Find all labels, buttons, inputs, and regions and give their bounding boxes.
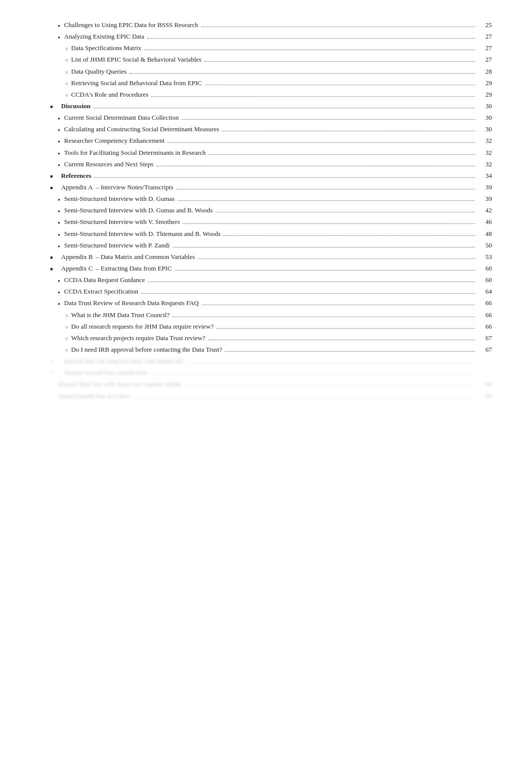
bullet-icon: ● <box>50 162 64 168</box>
bullet-icon: ● <box>50 290 64 296</box>
toc-dots <box>168 142 475 143</box>
section-marker: ■ <box>50 104 58 111</box>
toc-page-number: 27 <box>478 43 492 53</box>
toc-dots <box>151 96 475 97</box>
toc-title: Analyzing Existing EPIC Data <box>64 32 144 42</box>
toc-label: Semi-Structured Interview with D. Thiema… <box>64 229 478 239</box>
bullet-icon: ● <box>50 301 64 307</box>
toc-dots <box>205 85 475 85</box>
section-marker: ■ <box>50 173 58 180</box>
toc-entry-26: ○Do all research requests for JHM Data r… <box>50 322 492 332</box>
toc-entry-20: ■Appendix B – Data Matrix and Common Var… <box>50 252 492 262</box>
toc-title: Which research projects require Data Tru… <box>71 333 205 343</box>
toc-page-number: 60 <box>478 264 492 274</box>
circle-icon: ○ <box>50 57 71 64</box>
circle-icon: ○ <box>50 46 71 53</box>
bullet-icon: ● <box>50 220 64 226</box>
appendix-marker: ■ <box>50 185 58 192</box>
bullet-icon: ● <box>50 232 64 238</box>
toc-entry-31: blurred third line with more text conten… <box>50 379 492 389</box>
toc-page-number: 30 <box>478 101 492 111</box>
toc-title: Discussion <box>61 101 91 111</box>
toc-label: Tools for Facilitating Social Determinan… <box>64 148 478 158</box>
bullet-icon: ● <box>50 197 64 203</box>
toc-entry-14: ■Appendix A – Interview Notes/Transcript… <box>50 182 492 192</box>
toc-title: Tools for Facilitating Social Determinan… <box>64 148 206 158</box>
bullet-icon: ● <box>50 116 64 122</box>
toc-page-number: 30 <box>478 113 492 123</box>
toc-dots <box>141 293 475 294</box>
circle-icon: ○ <box>50 336 71 343</box>
appendix-marker: ■ <box>50 266 58 273</box>
toc-entry-25: ○What is the JHM Data Trust Council?66 <box>50 310 492 320</box>
toc-title: Semi-Structured Interview with D. Gumas … <box>64 205 213 215</box>
toc-page-number: 48 <box>478 229 492 239</box>
toc-page-number: 27 <box>478 55 492 65</box>
toc-dots <box>223 235 475 236</box>
toc-dots <box>156 166 475 166</box>
toc-title: Data Trust Review of Research Data Reque… <box>64 298 199 308</box>
toc-label: Calculating and Constructing Social Dete… <box>64 124 478 134</box>
toc-dots <box>144 50 475 50</box>
circle-icon: ○ <box>50 69 71 76</box>
toc-entry-7: ■Discussion30 <box>50 101 492 111</box>
toc-page-number: 32 <box>478 136 492 146</box>
toc-dots <box>216 328 475 329</box>
bullet-icon: ● <box>50 139 64 145</box>
circle-icon: ○ <box>50 81 71 88</box>
toc-entry-3: ○List of JHMI EPIC Social & Behavioral V… <box>50 55 492 65</box>
toc-dots <box>176 189 475 189</box>
toc-page-number: 67 <box>478 345 492 355</box>
toc-entry-22: ●CCDA Data Request Guidance60 <box>50 275 492 285</box>
toc-label: Data Trust Review of Research Data Reque… <box>64 298 478 308</box>
toc-entry-15: ●Semi-Structured Interview with D. Gumas… <box>50 194 492 204</box>
toc-label: Appendix B – Data Matrix and Common Vari… <box>61 252 478 262</box>
toc-entry-16: ●Semi-Structured Interview with D. Gumas… <box>50 205 492 215</box>
toc-page-number: 60 <box>478 275 492 285</box>
bullet-icon: ● <box>50 23 64 29</box>
toc-subtitle: – Extracting Data from EPIC <box>96 264 172 274</box>
toc-label: Appendix C – Extracting Data from EPIC <box>61 264 478 274</box>
toc-dots <box>201 27 475 27</box>
toc-entry-4: ○Data Quality Queries28 <box>50 67 492 77</box>
toc-label: Current Resources and Next Steps <box>64 159 478 169</box>
toc-page-number: 27 <box>478 32 492 42</box>
toc-dots <box>209 154 475 155</box>
toc-dots <box>225 351 475 352</box>
toc-page-number: 66 <box>478 298 492 308</box>
toc-entry-11: ●Tools for Facilitating Social Determina… <box>50 148 492 158</box>
bullet-icon: ● <box>50 243 64 249</box>
toc-entry-17: ●Semi-Structured Interview with V. Smoth… <box>50 217 492 227</box>
toc-page-number: 28 <box>478 67 492 77</box>
toc-title: CCDA Data Request Guidance <box>64 275 145 285</box>
toc-label: Appendix A – Interview Notes/Transcripts <box>61 182 478 192</box>
toc-title: Semi-Structured Interview with P. Zandi <box>64 240 170 250</box>
bullet-icon: ● <box>50 151 64 157</box>
toc-entry-9: ●Calculating and Constructing Social Det… <box>50 124 492 134</box>
toc-label: Data Specifications Matrix <box>71 43 478 53</box>
toc-page-number: 32 <box>478 148 492 158</box>
toc-title: CCDA's Role and Procedures <box>71 90 148 100</box>
toc-page-number: 66 <box>478 322 492 332</box>
toc-label: What is the JHM Data Trust Council? <box>71 310 478 320</box>
toc-page-number: 30 <box>478 124 492 134</box>
toc-entry-21: ■Appendix C – Extracting Data from EPIC6… <box>50 264 492 274</box>
toc-page-number: 32 <box>478 159 492 169</box>
toc-entry-13: ■References34 <box>50 171 492 181</box>
toc-title: Do all research requests for JHM Data re… <box>71 322 213 332</box>
toc-page-number: 50 <box>478 240 492 250</box>
toc-title: List of JHMI EPIC Social & Behavioral Va… <box>71 55 201 65</box>
bullet-icon: ● <box>50 127 64 133</box>
toc-label: CCDA's Role and Procedures <box>71 90 478 100</box>
toc-label: Semi-Structured Interview with P. Zandi <box>64 240 478 250</box>
toc-title: Current Resources and Next Steps <box>64 159 153 169</box>
toc-dots <box>94 108 475 108</box>
toc-title: Researcher Competency Enhancement <box>64 136 165 146</box>
toc-label: Semi-Structured Interview with V. Smothe… <box>64 217 478 227</box>
toc-label: Discussion <box>61 101 478 111</box>
toc-entry-8: ●Current Social Determinant Data Collect… <box>50 113 492 123</box>
toc-entry-5: ○Retrieving Social and Behavioral Data f… <box>50 78 492 88</box>
toc-page-number: 39 <box>478 194 492 204</box>
toc-page-number: 66 <box>478 310 492 320</box>
toc-dots <box>175 270 475 271</box>
